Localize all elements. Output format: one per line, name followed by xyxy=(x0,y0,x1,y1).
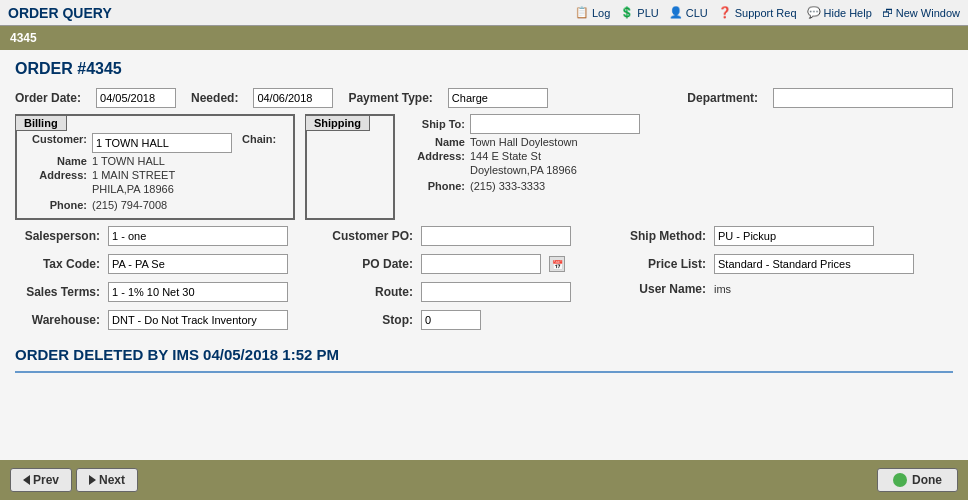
billing-address-line2: PHILA,PA 18966 xyxy=(92,183,174,195)
ship-to-addr-row2: Doylestown,PA 18966 xyxy=(405,164,953,176)
department-input[interactable] xyxy=(773,88,953,108)
po-date-row: PO Date: 📅 xyxy=(328,254,571,274)
billing-phone-label: Phone: xyxy=(22,199,87,211)
customer-po-label: Customer PO: xyxy=(328,229,413,243)
done-button[interactable]: Done xyxy=(877,468,958,492)
lower-middle: Customer PO: PO Date: 📅 Route: Stop: xyxy=(328,226,571,334)
ship-to-phone-label: Phone: xyxy=(405,180,465,192)
address-row2: PHILA,PA 18966 xyxy=(22,183,288,195)
next-icon xyxy=(89,475,96,485)
price-list-input[interactable] xyxy=(714,254,914,274)
calendar-icon[interactable]: 📅 xyxy=(549,256,565,272)
billing-name-value: 1 TOWN HALL xyxy=(92,155,165,167)
payment-type-label: Payment Type: xyxy=(348,91,432,105)
billing-address-line1: 1 MAIN STREET xyxy=(92,169,175,181)
support-button[interactable]: ❓ Support Req xyxy=(718,6,797,19)
po-date-label: PO Date: xyxy=(328,257,413,271)
route-row: Route: xyxy=(328,282,571,302)
log-button[interactable]: 📋 Log xyxy=(575,6,610,19)
warehouse-label: Warehouse: xyxy=(15,313,100,327)
log-icon: 📋 xyxy=(575,6,589,19)
ship-to-input[interactable] xyxy=(470,114,640,134)
stop-input[interactable] xyxy=(421,310,481,330)
ship-to-section: Ship To: Name Town Hall Doylestown Addre… xyxy=(405,114,953,220)
ship-method-input[interactable] xyxy=(714,226,874,246)
ship-method-row: Ship Method: xyxy=(621,226,914,246)
prev-button[interactable]: Prev xyxy=(10,468,72,492)
warehouse-input[interactable] xyxy=(108,310,288,330)
payment-type-input[interactable] xyxy=(448,88,548,108)
customer-label: Customer: xyxy=(22,133,87,153)
sales-terms-input[interactable] xyxy=(108,282,288,302)
bottom-bar: Prev Next Done xyxy=(0,460,968,500)
salesperson-input[interactable] xyxy=(108,226,288,246)
address-row: Address: 1 MAIN STREET xyxy=(22,169,288,181)
tab-bar: 4345 xyxy=(0,26,968,50)
middle-section: Billing Customer: Chain: Name 1 TOWN HAL… xyxy=(15,114,953,220)
next-button[interactable]: Next xyxy=(76,468,138,492)
window-icon: 🗗 xyxy=(882,7,893,19)
customer-input[interactable] xyxy=(92,133,232,153)
user-name-label: User Name: xyxy=(621,282,706,296)
user-name-value: ims xyxy=(714,283,731,295)
tax-code-row: Tax Code: xyxy=(15,254,288,274)
ship-to-addr-label: Address: xyxy=(405,150,465,162)
help-icon: 💬 xyxy=(807,6,821,19)
ship-to-name-value: Town Hall Doylestown xyxy=(470,136,578,148)
customer-row: Customer: Chain: xyxy=(22,133,288,153)
clu-icon: 👤 xyxy=(669,6,683,19)
ship-to-name-row: Name Town Hall Doylestown xyxy=(405,136,953,148)
stop-label: Stop: xyxy=(328,313,413,327)
chain-label: Chain: xyxy=(242,133,276,153)
customer-po-row: Customer PO: xyxy=(328,226,571,246)
shipping-box: Shipping xyxy=(305,114,395,220)
ship-method-label: Ship Method: xyxy=(621,229,706,243)
order-date-input[interactable] xyxy=(96,88,176,108)
stop-row: Stop: xyxy=(328,310,571,330)
phone-row: Phone: (215) 794-7008 xyxy=(22,199,288,211)
billing-tab: Billing xyxy=(15,115,67,131)
clu-button[interactable]: 👤 CLU xyxy=(669,6,708,19)
hide-help-button[interactable]: 💬 Hide Help xyxy=(807,6,872,19)
route-input[interactable] xyxy=(421,282,571,302)
plu-icon: 💲 xyxy=(620,6,634,19)
ship-to-row: Ship To: xyxy=(405,114,953,134)
app-title: ORDER QUERY xyxy=(8,5,575,21)
ship-to-phone-value: (215) 333-3333 xyxy=(470,180,545,192)
top-fields-row: Order Date: Needed: Payment Type: Depart… xyxy=(15,88,953,108)
support-icon: ❓ xyxy=(718,6,732,19)
needed-label: Needed: xyxy=(191,91,238,105)
tab-label: 4345 xyxy=(10,31,37,45)
ship-to-label: Ship To: xyxy=(405,118,465,130)
salesperson-row: Salesperson: xyxy=(15,226,288,246)
warehouse-row: Warehouse: xyxy=(15,310,288,330)
ship-to-phone-row: Phone: (215) 333-3333 xyxy=(405,180,953,192)
billing-address-label: Address: xyxy=(22,169,87,181)
main-content: ORDER #4345 Order Date: Needed: Payment … xyxy=(0,50,968,460)
shipping-tab: Shipping xyxy=(305,115,370,131)
lower-section: Salesperson: Tax Code: Sales Terms: Ware… xyxy=(15,226,953,334)
deleted-message: ORDER DELETED BY IMS 04/05/2018 1:52 PM xyxy=(15,346,953,373)
price-list-label: Price List: xyxy=(621,257,706,271)
needed-input[interactable] xyxy=(253,88,333,108)
toolbar: ORDER QUERY 📋 Log 💲 PLU 👤 CLU ❓ Support … xyxy=(0,0,968,26)
toolbar-actions: 📋 Log 💲 PLU 👤 CLU ❓ Support Req 💬 Hide H… xyxy=(575,6,960,19)
billing-content: Customer: Chain: Name 1 TOWN HALL Addres… xyxy=(22,133,288,211)
billing-box: Billing Customer: Chain: Name 1 TOWN HAL… xyxy=(15,114,295,220)
plu-button[interactable]: 💲 PLU xyxy=(620,6,658,19)
name-row: Name 1 TOWN HALL xyxy=(22,155,288,167)
done-icon xyxy=(893,473,907,487)
tax-code-label: Tax Code: xyxy=(15,257,100,271)
customer-po-input[interactable] xyxy=(421,226,571,246)
ship-to-addr-row: Address: 144 E State St xyxy=(405,150,953,162)
salesperson-label: Salesperson: xyxy=(15,229,100,243)
ship-to-addr-line1: 144 E State St xyxy=(470,150,541,162)
sales-terms-label: Sales Terms: xyxy=(15,285,100,299)
department-label: Department: xyxy=(687,91,758,105)
new-window-button[interactable]: 🗗 New Window xyxy=(882,7,960,19)
po-date-input[interactable] xyxy=(421,254,541,274)
sales-terms-row: Sales Terms: xyxy=(15,282,288,302)
order-date-label: Order Date: xyxy=(15,91,81,105)
tax-code-input[interactable] xyxy=(108,254,288,274)
ship-to-addr-line2: Doylestown,PA 18966 xyxy=(470,164,577,176)
